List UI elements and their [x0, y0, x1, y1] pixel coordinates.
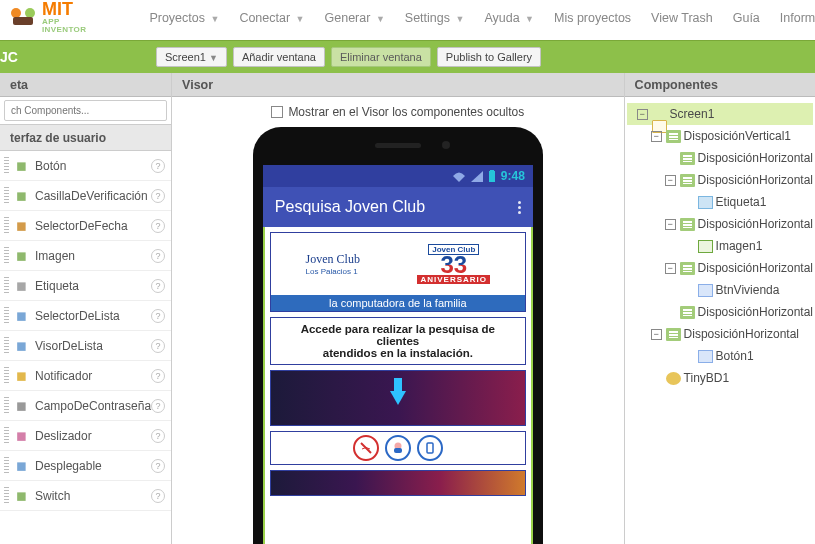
show-hidden-checkbox[interactable]: Mostrar en el Visor los componentes ocul…: [271, 105, 524, 119]
palette-item[interactable]: ◼Notificador?: [0, 361, 171, 391]
help-icon[interactable]: ?: [151, 279, 165, 293]
palette-item-label: Switch: [35, 489, 151, 503]
viewer-panel: Visor Mostrar en el Visor los componente…: [172, 73, 625, 544]
help-icon[interactable]: ?: [151, 399, 165, 413]
tree-node[interactable]: Imagen1: [627, 235, 813, 257]
tree-node-label: DisposiciónHorizontal: [698, 151, 813, 165]
expand-toggle-icon[interactable]: −: [651, 131, 662, 142]
menu-ayuda[interactable]: Ayuda ▼: [475, 3, 543, 33]
palette-item[interactable]: ◼Desplegable?: [0, 451, 171, 481]
tree-node[interactable]: DisposiciónHorizontal: [627, 301, 813, 323]
tree-node-icon: [680, 306, 695, 319]
help-icon[interactable]: ?: [151, 249, 165, 263]
menu-view-trash[interactable]: View Trash: [642, 3, 722, 33]
banner-strip-text: la computadora de la familia: [271, 295, 525, 311]
menu-guia[interactable]: Guía: [724, 3, 769, 33]
battery-icon: [488, 170, 496, 182]
app-body[interactable]: Joven Club Los Palacios 1 Joven Club 33 …: [263, 227, 533, 544]
tree-node[interactable]: Botón1: [627, 345, 813, 367]
expand-toggle-icon[interactable]: −: [665, 263, 676, 274]
menu-conectar[interactable]: Conectar ▼: [230, 3, 313, 33]
drag-handle-icon: [4, 427, 9, 445]
palette-item-label: Botón: [35, 159, 151, 173]
palette-item[interactable]: ◼Imagen?: [0, 241, 171, 271]
tree-node[interactable]: −DisposiciónHorizontal: [627, 213, 813, 235]
palette-item[interactable]: ◼Botón?: [0, 151, 171, 181]
tree-node-label: Imagen1: [716, 239, 763, 253]
tree-node-label: TinyBD1: [684, 371, 730, 385]
remove-screen-button[interactable]: Eliminar ventana: [331, 47, 431, 67]
tree-node[interactable]: −DisposiciónHorizontal: [627, 169, 813, 191]
palette-item[interactable]: ◼CampoDeContraseña?: [0, 391, 171, 421]
svg-rect-2: [13, 17, 33, 25]
help-icon[interactable]: ?: [151, 429, 165, 443]
phone-screen[interactable]: 9:48 Pesquisa Joven Club Joven Club Los …: [263, 165, 533, 544]
expand-toggle-icon[interactable]: −: [665, 219, 676, 230]
component-icon: ◼: [13, 188, 29, 204]
checkbox-icon[interactable]: [271, 106, 283, 118]
component-icon: ◼: [13, 158, 29, 174]
menu-settings[interactable]: Settings ▼: [396, 3, 474, 33]
palette-item-label: Deslizador: [35, 429, 151, 443]
svg-rect-7: [394, 448, 402, 453]
palette-item[interactable]: ◼SelectorDeFecha?: [0, 211, 171, 241]
tree-node-icon: [666, 328, 681, 341]
component-icon: ◼: [13, 308, 29, 324]
tree-node-icon: [680, 152, 695, 165]
bottom-banner-card: [270, 470, 526, 496]
menu-mis-proyectos[interactable]: Mis proyectos: [545, 3, 640, 33]
component-icon: ◼: [13, 218, 29, 234]
tree-node-label: Botón1: [716, 349, 754, 363]
palette-item[interactable]: ◼SelectorDeLista?: [0, 301, 171, 331]
screen-selector-button[interactable]: Screen1▼: [156, 47, 227, 67]
arrow-card[interactable]: [270, 370, 526, 426]
palette-item[interactable]: ◼Etiqueta?: [0, 271, 171, 301]
expand-toggle-icon[interactable]: −: [651, 329, 662, 340]
tree-node[interactable]: −Screen1: [627, 103, 813, 125]
publish-gallery-button[interactable]: Publish to Gallery: [437, 47, 541, 67]
help-icon[interactable]: ?: [151, 219, 165, 233]
tree-node[interactable]: −DisposiciónHorizontal: [627, 257, 813, 279]
component-icon: ◼: [13, 428, 29, 444]
palette-section-ui[interactable]: terfaz de usuario: [0, 125, 171, 151]
tree-node[interactable]: Etiqueta1: [627, 191, 813, 213]
component-icon: ◼: [13, 248, 29, 264]
component-tree[interactable]: −Screen1−DisposiciónVertical1Disposición…: [625, 97, 815, 395]
tree-node[interactable]: BtnVivienda: [627, 279, 813, 301]
palette-item[interactable]: ◼Deslizador?: [0, 421, 171, 451]
tree-node[interactable]: TinyBD1: [627, 367, 813, 389]
tree-node[interactable]: −DisposiciónHorizontal: [627, 323, 813, 345]
brand-logo[interactable]: MIT APP INVENTOR: [8, 0, 90, 34]
banner-logo-text: Joven Club: [306, 252, 360, 267]
help-icon[interactable]: ?: [151, 189, 165, 203]
palette-item[interactable]: ◼CasillaDeVerificación?: [0, 181, 171, 211]
accede-line2: atendidos en la instalación.: [323, 347, 473, 359]
expand-toggle-icon[interactable]: −: [637, 109, 648, 120]
add-screen-button[interactable]: Añadir ventana: [233, 47, 325, 67]
palette-item[interactable]: ◼VisorDeLista?: [0, 331, 171, 361]
help-icon[interactable]: ?: [151, 459, 165, 473]
drag-handle-icon: [4, 337, 9, 355]
drag-handle-icon: [4, 367, 9, 385]
tree-node[interactable]: DisposiciónHorizontal: [627, 147, 813, 169]
palette-header: eta: [0, 73, 171, 97]
tree-node-label: DisposiciónVertical1: [684, 129, 791, 143]
palette-item[interactable]: ◼Switch?: [0, 481, 171, 511]
kebab-menu-icon[interactable]: [518, 199, 521, 216]
android-status-bar: 9:48: [263, 165, 533, 187]
banner-card: Joven Club Los Palacios 1 Joven Club 33 …: [270, 232, 526, 312]
brand-subtitle: APP INVENTOR: [42, 18, 90, 34]
help-icon[interactable]: ?: [151, 159, 165, 173]
help-icon[interactable]: ?: [151, 339, 165, 353]
menu-informar[interactable]: Informar de un problema: [771, 3, 815, 33]
status-clock: 9:48: [501, 169, 525, 183]
icons-card: [270, 431, 526, 465]
help-icon[interactable]: ?: [151, 309, 165, 323]
help-icon[interactable]: ?: [151, 369, 165, 383]
menu-generar[interactable]: Generar ▼: [316, 3, 394, 33]
expand-toggle-icon[interactable]: −: [665, 175, 676, 186]
help-icon[interactable]: ?: [151, 489, 165, 503]
search-components-input[interactable]: [4, 100, 167, 121]
menu-proyectos[interactable]: Proyectos ▼: [140, 3, 228, 33]
svg-rect-4: [490, 170, 494, 172]
